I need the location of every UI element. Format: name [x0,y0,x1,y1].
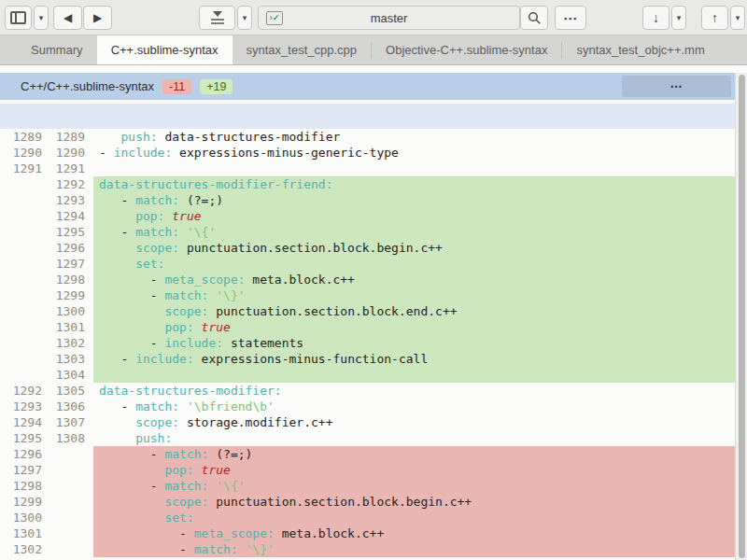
chevron-down-icon: ▾ [243,14,247,22]
code-token: meta.block.c++ [275,526,384,540]
diff-row: 1296 scope: punctuation.section.block.be… [0,240,735,256]
pull-dropdown[interactable]: ▾ [671,6,686,30]
back-button[interactable]: ◀ [53,6,82,30]
commit-button[interactable] [199,6,235,30]
code-token: scope: [164,304,208,318]
diff-row: 1300 scope: punctuation.section.block.en… [0,303,735,319]
old-line-number [0,192,42,208]
tab-bar: Summary C++.sublime-syntax syntax_test_c… [0,35,747,65]
sidebar-toggle-button[interactable] [5,6,32,30]
tab-syntax-test-cpp[interactable]: syntax_test_cpp.cpp [233,35,372,64]
commit-dropdown[interactable]: ▾ [237,6,252,30]
old-line-number: 1294 [0,414,42,430]
diff-row: 12911291 [0,161,735,176]
code-token: data-structures-modifier [158,130,341,144]
old-line-number [0,272,42,287]
old-line-number [0,303,42,319]
overflow-menu-button[interactable]: ⋯ [555,6,586,30]
sidebar-toggle-dropdown[interactable]: ▾ [34,6,49,30]
code-line: - include: expressions-minus-generic-typ… [93,145,735,161]
old-line-number [0,367,42,383]
tabbar-gap [0,66,747,73]
diff-row: 1295 - match: '\{' [0,224,735,240]
code-token: true [202,463,231,477]
search-button[interactable] [520,6,548,30]
old-line-number [0,319,42,335]
code-token: (?=;) [179,193,223,207]
diff-row: 12921305data-structures-modifier: [0,383,735,399]
old-line-number: 1289 [0,129,42,145]
code-line: scope: punctuation.section.block.begin.c… [93,240,735,256]
code-token: match: [194,542,238,556]
code-token: - [99,526,194,540]
code-token [99,511,164,525]
code-token: match: [135,225,179,239]
new-line-number: 1302 [42,335,85,351]
code-token: expressions-minus-generic-type [172,146,399,160]
new-line-number: 1308 [42,430,85,446]
code-token: expressions-minus-function-call [194,352,428,366]
new-line-number: 1305 [42,383,85,399]
new-line-number: 1290 [42,145,85,161]
code-token [99,209,135,223]
scrollbar[interactable] [735,73,747,560]
pull-button[interactable]: ↓ [642,6,669,30]
code-line: data-structures-modifier: [93,383,735,399]
diff-row: 12941307 scope: storage.modifier.c++ [0,414,735,430]
code-token: - [99,225,135,239]
code-token: '\{' [187,225,216,239]
code-line: scope: punctuation.section.block.end.c++ [93,303,735,319]
code-token: data-structures-modifier-friend: [99,177,332,191]
code-token: '\bfriend\b' [187,399,275,413]
code-token: match: [164,447,208,461]
diff-row: 1298 - meta_scope: meta.block.c++ [0,272,735,287]
diff-row: 1297 set: [0,256,735,272]
diff-row: 1297 pop: true [0,462,735,478]
new-line-number: 1307 [42,414,85,430]
code-line: scope: storage.modifier.c++ [93,414,735,430]
tab-syntax-test-objcpp[interactable]: syntax_test_objc++.mm [562,35,718,64]
hunk-separator [0,104,735,129]
code-token: match: [135,193,179,207]
new-line-number: 1293 [42,192,85,208]
diff-row: 1303 - include: expressions-minus-functi… [0,351,735,367]
new-line-number [42,462,85,478]
diff-row: 12891289 push: data-structures-modifier [0,129,735,145]
new-line-number [42,525,85,541]
branch-field[interactable]: ›✓ [258,6,520,30]
code-line: - match: '\}' [93,541,735,557]
file-options-button[interactable]: ⋯ [622,76,731,97]
tab-objective-cpp-sublime-syntax[interactable]: Objective-C++.sublime-syntax [372,35,561,64]
new-line-number: 1299 [42,287,85,303]
push-button[interactable]: ↑ [701,6,728,30]
old-line-number [0,224,42,240]
new-line-number [42,478,85,494]
diff-row: 1301 - meta_scope: meta.block.c++ [0,525,735,541]
code-token: meta_scope: [194,526,275,540]
new-line-number [42,494,85,510]
new-line-number: 1300 [42,303,85,319]
diff-row: 1304 [0,367,735,383]
code-token: match: [164,479,208,493]
old-line-number [0,256,42,272]
branch-input[interactable] [259,7,519,29]
code-token: '\{' [216,479,245,493]
old-line-number [0,176,42,192]
old-line-number: 1291 [0,161,42,176]
file-header[interactable]: C++/C++.sublime-syntax -11 +19 ⋯ [0,73,735,100]
diff-row: 12951308 push: [0,430,735,446]
code-token: storage.modifier.c++ [179,415,332,429]
forward-button[interactable]: ▶ [83,6,112,30]
push-dropdown[interactable]: ▾ [730,6,745,30]
new-line-number: 1294 [42,208,85,224]
diff-row: 1292data-structures-modifier-friend: [0,176,735,192]
code-token [99,431,135,445]
tab-summary[interactable]: Summary [17,35,97,64]
code-token: - [99,399,135,413]
diff-row: 1296 - match: (?=;) [0,446,735,462]
diff-row: 1302 - include: statements [0,335,735,351]
code-token: - [99,288,164,302]
tab-cpp-sublime-syntax[interactable]: C++.sublime-syntax [97,35,233,64]
arrow-up-icon: ↑ [712,11,718,24]
scrollbar-thumb[interactable] [739,75,745,558]
